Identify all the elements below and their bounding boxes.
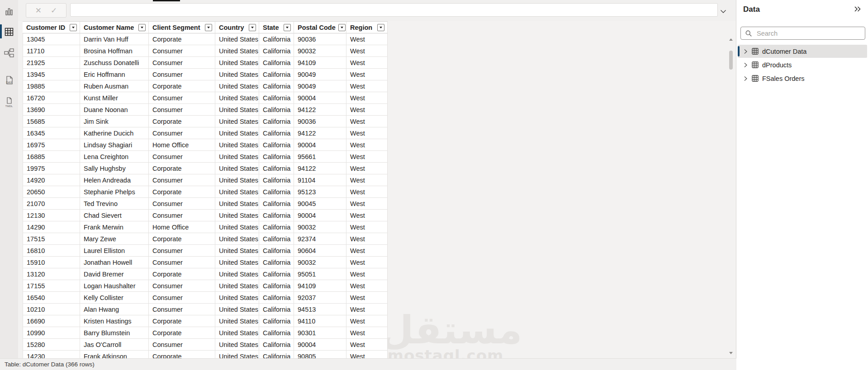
grid-cell[interactable]: West [346, 221, 388, 233]
grid-cell[interactable]: Barry Blumstein [80, 327, 149, 339]
grid-cell[interactable]: Corporate [149, 80, 215, 92]
nav-model-view[interactable] [0, 45, 18, 61]
grid-cell[interactable]: 14290 [23, 221, 80, 233]
grid-cell[interactable]: United States [215, 186, 259, 198]
grid-cell[interactable]: California [259, 57, 294, 69]
grid-cell[interactable]: Corporate [149, 163, 215, 174]
grid-cell[interactable]: United States [215, 304, 259, 315]
grid-cell[interactable]: Ruben Ausman [80, 80, 149, 92]
grid-cell[interactable]: United States [215, 257, 259, 268]
column-header[interactable]: Customer Name [80, 22, 149, 33]
grid-cell[interactable]: Darrin Van Huff [80, 33, 149, 45]
grid-cell[interactable]: United States [215, 221, 259, 233]
grid-cell[interactable]: Consumer [149, 280, 215, 292]
grid-cell[interactable]: Frank Atkinson [80, 351, 149, 358]
grid-cell[interactable]: West [346, 186, 388, 198]
grid-cell[interactable]: California [259, 33, 294, 45]
table-tree-item[interactable]: FSales Orders [738, 72, 867, 85]
grid-cell[interactable]: 95661 [294, 151, 346, 163]
grid-cell[interactable]: Consumer [149, 57, 215, 69]
grid-cell[interactable]: California [259, 315, 294, 327]
grid-cell[interactable]: West [346, 198, 388, 210]
grid-cell[interactable]: 13120 [23, 268, 80, 280]
expand-chevron-icon[interactable] [743, 62, 748, 68]
grid-cell[interactable]: United States [215, 233, 259, 245]
grid-cell[interactable]: Stephanie Phelps [80, 186, 149, 198]
grid-cell[interactable]: 95051 [294, 268, 346, 280]
column-filter-button[interactable] [249, 24, 256, 31]
grid-cell[interactable]: West [346, 127, 388, 139]
grid-cell[interactable]: 90036 [294, 116, 346, 127]
grid-cell[interactable]: Corporate [149, 186, 215, 198]
grid-cell[interactable]: United States [215, 80, 259, 92]
grid-cell[interactable]: 90301 [294, 327, 346, 339]
grid-cell[interactable]: 90004 [294, 339, 346, 351]
grid-cell[interactable]: Consumer [149, 45, 215, 57]
grid-cell[interactable]: 90032 [294, 221, 346, 233]
grid-cell[interactable]: 94122 [294, 163, 346, 174]
grid-cell[interactable]: Corporate [149, 116, 215, 127]
grid-cell[interactable]: Kristen Hastings [80, 315, 149, 327]
grid-cell[interactable]: 19885 [23, 80, 80, 92]
grid-cell[interactable]: 20650 [23, 186, 80, 198]
grid-cell[interactable]: California [259, 80, 294, 92]
grid-cell[interactable]: 17155 [23, 280, 80, 292]
grid-cell[interactable]: Consumer [149, 245, 215, 257]
grid-cell[interactable]: West [346, 245, 388, 257]
grid-cell[interactable]: California [259, 233, 294, 245]
scroll-up-button[interactable] [728, 36, 734, 42]
grid-cell[interactable]: United States [215, 57, 259, 69]
grid-cell[interactable]: California [259, 151, 294, 163]
grid-cell[interactable]: 94109 [294, 280, 346, 292]
grid-cell[interactable]: 90049 [294, 69, 346, 80]
grid-cell[interactable]: West [346, 92, 388, 104]
grid-cell[interactable]: 90036 [294, 33, 346, 45]
grid-cell[interactable]: 21070 [23, 198, 80, 210]
grid-cell[interactable]: California [259, 257, 294, 268]
grid-cell[interactable]: West [346, 304, 388, 315]
grid-cell[interactable]: United States [215, 280, 259, 292]
grid-cell[interactable]: Home Office [149, 221, 215, 233]
grid-cell[interactable]: Jas O'Carroll [80, 339, 149, 351]
grid-cell[interactable]: United States [215, 116, 259, 127]
grid-cell[interactable]: Consumer [149, 104, 215, 116]
grid-cell[interactable]: United States [215, 92, 259, 104]
grid-cell[interactable]: West [346, 257, 388, 268]
grid-cell[interactable]: United States [215, 210, 259, 221]
grid-cell[interactable]: California [259, 127, 294, 139]
grid-cell[interactable]: Consumer [149, 210, 215, 221]
column-filter-button[interactable] [205, 24, 212, 31]
grid-cell[interactable]: Zuschuss Donatelli [80, 57, 149, 69]
grid-cell[interactable]: 94513 [294, 304, 346, 315]
grid-cell[interactable]: Lindsay Shagiari [80, 139, 149, 151]
grid-cell[interactable]: 16345 [23, 127, 80, 139]
grid-cell[interactable]: West [346, 268, 388, 280]
grid-cell[interactable]: 90045 [294, 198, 346, 210]
grid-cell[interactable]: United States [215, 139, 259, 151]
grid-cell[interactable]: 11710 [23, 45, 80, 57]
grid-cell[interactable]: Duane Noonan [80, 104, 149, 116]
column-filter-button[interactable] [138, 24, 146, 31]
grid-cell[interactable]: Katherine Ducich [80, 127, 149, 139]
grid-cell[interactable]: United States [215, 174, 259, 186]
grid-cell[interactable]: 14920 [23, 174, 80, 186]
grid-cell[interactable]: United States [215, 104, 259, 116]
grid-cell[interactable]: Corporate [149, 351, 215, 358]
grid-cell[interactable]: 90004 [294, 210, 346, 221]
grid-cell[interactable]: California [259, 339, 294, 351]
grid-cell[interactable]: Mary Zewe [80, 233, 149, 245]
grid-cell[interactable]: 15280 [23, 339, 80, 351]
grid-cell[interactable]: United States [215, 327, 259, 339]
grid-cell[interactable]: United States [215, 151, 259, 163]
grid-cell[interactable]: California [259, 174, 294, 186]
grid-cell[interactable]: Logan Haushalter [80, 280, 149, 292]
grid-cell[interactable]: Consumer [149, 174, 215, 186]
grid-cell[interactable]: California [259, 327, 294, 339]
grid-cell[interactable]: West [346, 139, 388, 151]
grid-cell[interactable]: 90032 [294, 257, 346, 268]
grid-cell[interactable]: United States [215, 163, 259, 174]
grid-cell[interactable]: California [259, 292, 294, 304]
grid-cell[interactable]: Consumer [149, 292, 215, 304]
grid-cell[interactable]: West [346, 351, 388, 358]
grid-cell[interactable]: United States [215, 69, 259, 80]
